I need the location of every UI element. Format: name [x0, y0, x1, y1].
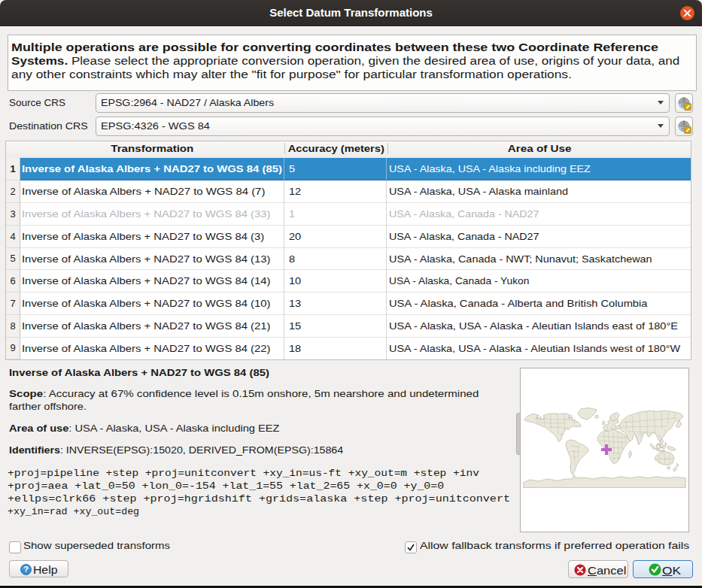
svg-text:?: ?: [23, 565, 29, 574]
